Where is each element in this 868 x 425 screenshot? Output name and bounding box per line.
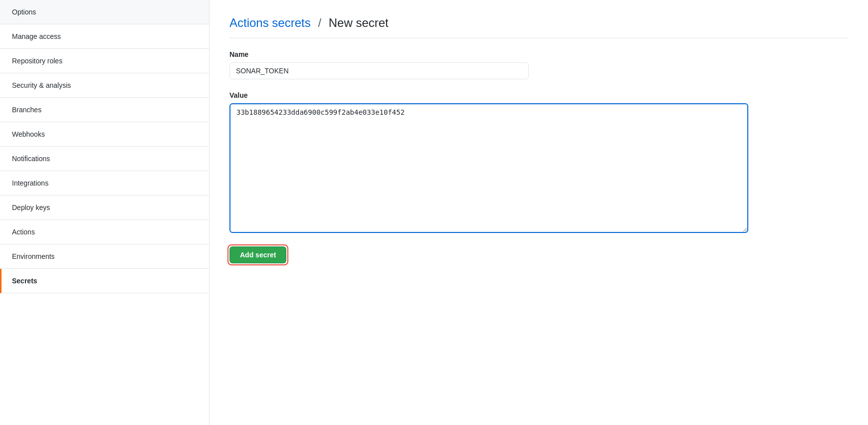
sidebar: OptionsManage accessRepository rolesSecu…	[0, 0, 210, 425]
sidebar-item-manage-access[interactable]: Manage access	[0, 24, 209, 49]
sidebar-item-repository-roles[interactable]: Repository roles	[0, 49, 209, 73]
add-secret-button[interactable]: Add secret	[229, 246, 286, 263]
page-header: Actions secrets / New secret	[229, 16, 848, 38]
breadcrumb-link[interactable]: Actions secrets	[229, 16, 311, 29]
sidebar-item-deploy-keys[interactable]: Deploy keys	[0, 196, 209, 220]
value-field-group: Value	[229, 91, 848, 234]
breadcrumb-current: New secret	[329, 16, 389, 29]
name-label: Name	[229, 50, 848, 58]
value-label: Value	[229, 91, 848, 99]
value-textarea[interactable]	[229, 103, 748, 233]
breadcrumb: Actions secrets / New secret	[229, 16, 848, 30]
name-field-group: Name	[229, 50, 848, 79]
sidebar-item-actions[interactable]: Actions	[0, 220, 209, 244]
sidebar-item-webhooks[interactable]: Webhooks	[0, 122, 209, 147]
name-input[interactable]	[229, 62, 529, 79]
breadcrumb-separator: /	[318, 16, 321, 29]
main-content: Actions secrets / New secret Name Value …	[210, 0, 868, 425]
sidebar-item-notifications[interactable]: Notifications	[0, 147, 209, 171]
sidebar-item-secrets[interactable]: Secrets	[0, 269, 209, 293]
add-secret-wrapper: Add secret	[229, 246, 286, 263]
sidebar-item-environments[interactable]: Environments	[0, 244, 209, 269]
sidebar-item-security-analysis[interactable]: Security & analysis	[0, 73, 209, 98]
sidebar-item-options[interactable]: Options	[0, 0, 209, 24]
sidebar-item-integrations[interactable]: Integrations	[0, 171, 209, 196]
sidebar-item-branches[interactable]: Branches	[0, 98, 209, 122]
